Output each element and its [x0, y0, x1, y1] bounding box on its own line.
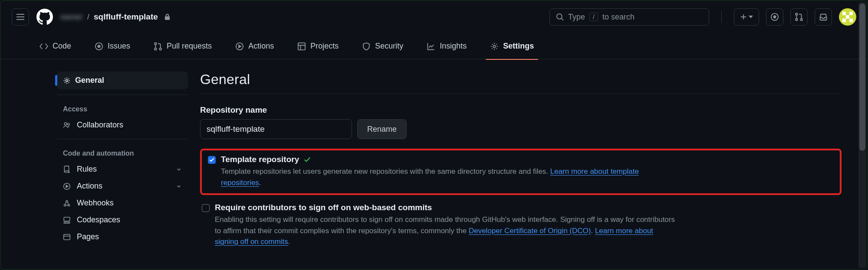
svg-point-34 [66, 200, 68, 202]
git-pull-request-icon [795, 13, 803, 21]
codespaces-icon [63, 216, 72, 224]
svg-point-21 [155, 48, 157, 50]
menu-icon [16, 14, 24, 20]
svg-rect-15 [842, 19, 846, 22]
repo-name-label: Repository name [200, 105, 842, 115]
require-signoff-label: Require contributors to sign off on web-… [215, 203, 675, 212]
notifications-button[interactable] [815, 8, 832, 26]
sidebar-item-label: General [75, 76, 104, 85]
table-icon [297, 42, 306, 51]
play-icon [63, 182, 72, 190]
gear-icon [490, 42, 499, 51]
svg-point-22 [159, 48, 161, 50]
search-placeholder-prefix: Type [568, 13, 585, 22]
git-pull-request-icon [154, 42, 162, 51]
tab-issues[interactable]: Issues [89, 37, 135, 55]
template-repository-highlight: Template repository Template repositorie… [200, 149, 842, 195]
sidebar-item-label: Webhooks [77, 198, 114, 208]
svg-rect-13 [842, 12, 846, 15]
gear-icon [63, 77, 71, 85]
search-input[interactable]: Type / to search [549, 8, 709, 26]
shield-icon [362, 42, 371, 51]
play-icon [235, 42, 244, 51]
tab-label: Actions [248, 42, 274, 51]
svg-point-20 [155, 42, 157, 45]
people-icon [63, 121, 72, 129]
tab-code[interactable]: Code [34, 37, 76, 55]
tab-settings[interactable]: Settings [485, 37, 539, 55]
breadcrumb-owner[interactable]: owner [60, 12, 83, 22]
content: General Repository name Rename Template … [188, 72, 868, 247]
svg-point-32 [64, 204, 66, 206]
svg-rect-35 [64, 217, 70, 221]
repo-push-icon [63, 166, 72, 173]
svg-line-4 [561, 18, 563, 20]
tab-actions[interactable]: Actions [230, 37, 279, 55]
create-new-button[interactable] [734, 8, 759, 26]
pull-requests-button[interactable] [790, 8, 808, 26]
sidebar-item-rules[interactable]: Rules [57, 161, 188, 178]
period: . [288, 237, 290, 246]
svg-point-28 [66, 79, 68, 81]
svg-rect-24 [298, 42, 305, 49]
rename-button[interactable]: Rename [357, 119, 407, 139]
inbox-icon [819, 13, 828, 21]
app-header: owner / sqlfluff-template Type / to sear… [0, 0, 868, 33]
template-description-text: Template repositories let users generate… [221, 167, 550, 176]
svg-point-33 [68, 204, 69, 206]
require-signoff-label-text: Require contributors to sign off on web-… [215, 203, 432, 212]
template-repository-checkbox[interactable] [208, 156, 216, 164]
sidebar-heading-automation: Code and automation [57, 145, 188, 161]
sidebar-item-general[interactable]: General [57, 72, 188, 89]
tab-projects[interactable]: Projects [292, 37, 344, 55]
tab-label: Issues [108, 42, 130, 51]
sidebar-item-actions[interactable]: Actions [57, 178, 188, 195]
browser-icon [63, 233, 72, 241]
svg-point-27 [493, 45, 496, 48]
repo-name-input[interactable] [200, 119, 352, 139]
tab-label: Security [375, 42, 403, 51]
search-icon [556, 13, 564, 21]
issues-button[interactable] [766, 8, 783, 26]
tab-label: Pull requests [167, 42, 212, 51]
tab-security[interactable]: Security [357, 37, 408, 55]
chevron-down-icon [176, 166, 182, 172]
search-placeholder-suffix: to search [602, 13, 635, 22]
svg-point-9 [796, 13, 798, 16]
tab-insights[interactable]: Insights [421, 37, 472, 55]
graph-icon [427, 42, 435, 51]
sidebar-item-label: Collaborators [77, 120, 123, 130]
dco-link[interactable]: Developer Certificate of Origin (DCO) [469, 227, 591, 235]
hamburger-button[interactable] [12, 8, 29, 26]
sidebar-item-webhooks[interactable]: Webhooks [57, 195, 188, 211]
require-signoff-checkbox[interactable] [202, 204, 210, 212]
svg-point-11 [800, 19, 802, 21]
tab-label: Code [53, 42, 71, 51]
tab-pull-requests[interactable]: Pull requests [148, 37, 217, 55]
scrollbar[interactable] [858, 2, 866, 268]
sidebar-item-collaborators[interactable]: Collaborators [57, 117, 188, 133]
check-icon [209, 158, 214, 162]
sidebar-item-label: Pages [77, 232, 99, 241]
breadcrumb-separator: / [87, 12, 89, 22]
user-avatar[interactable] [839, 8, 856, 26]
record-icon [770, 13, 779, 21]
caret-down-icon [749, 16, 753, 18]
breadcrumb-repo[interactable]: sqlfluff-template [94, 12, 158, 22]
github-logo[interactable] [36, 8, 53, 26]
scrollbar-thumb[interactable] [859, 3, 865, 151]
svg-point-29 [64, 122, 67, 125]
sidebar-item-label: Actions [77, 182, 102, 191]
chevron-down-icon [176, 183, 182, 189]
period: . [259, 179, 261, 187]
svg-rect-17 [846, 15, 849, 19]
sidebar-item-pages[interactable]: Pages [57, 228, 188, 245]
repo-nav: Code Issues Pull requests Actions Projec… [0, 33, 868, 59]
plus-icon [740, 13, 747, 20]
svg-point-19 [98, 45, 100, 47]
avatar-icon [839, 8, 856, 26]
check-icon [303, 156, 311, 163]
tab-label: Insights [440, 42, 467, 51]
sidebar-item-codespaces[interactable]: Codespaces [57, 211, 188, 228]
template-repository-label-text: Template repository [221, 155, 299, 164]
